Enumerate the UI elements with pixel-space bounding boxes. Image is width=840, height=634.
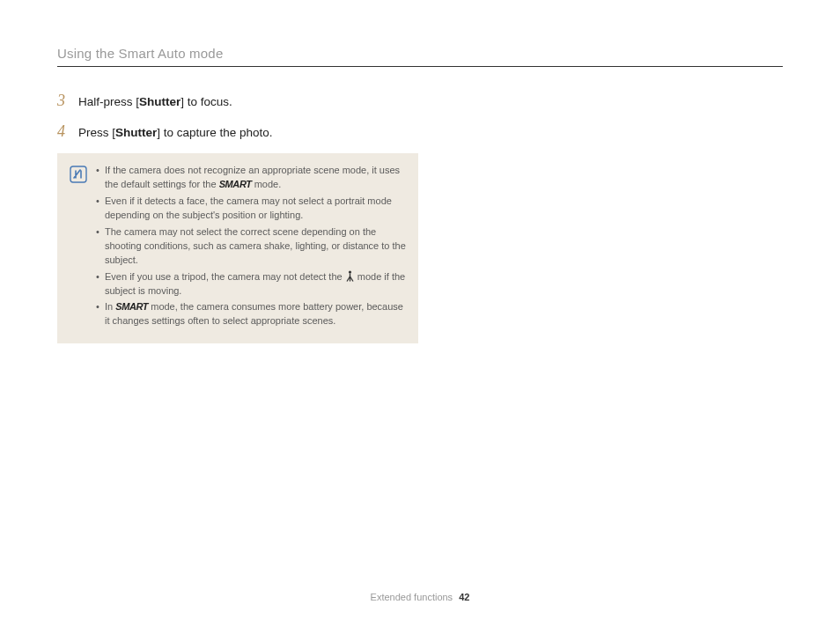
page-number: 42	[459, 592, 469, 602]
note-text: mode.	[254, 179, 282, 189]
note-icon	[70, 166, 87, 183]
step-text-post: ] to focus.	[181, 95, 232, 108]
note-text: mode, the camera consumes more battery p…	[105, 301, 403, 326]
step-3: 3 Half-press [Shutter] to focus.	[57, 92, 783, 110]
tripod-icon	[345, 270, 355, 282]
smart-label: SMART	[115, 301, 148, 312]
step-text: Half-press [Shutter] to focus.	[78, 95, 232, 108]
step-number: 4	[57, 122, 70, 141]
note-text: If the camera does not recognize an appr…	[105, 165, 400, 189]
section-title: Using the Smart Auto mode	[57, 46, 783, 67]
step-text-post: ] to capture the photo.	[157, 126, 272, 139]
step-number: 3	[57, 92, 70, 110]
step-4: 4 Press [Shutter] to capture the photo.	[57, 122, 783, 141]
smart-label: SMART	[219, 179, 252, 189]
svg-point-1	[349, 270, 351, 273]
step-text-bold: Shutter	[115, 126, 157, 139]
note-item: Even if it detects a face, the camera ma…	[96, 195, 406, 223]
note-item: In SMART mode, the camera consumes more …	[96, 300, 406, 328]
svg-rect-0	[70, 166, 86, 182]
note-item: If the camera does not recognize an appr…	[96, 164, 406, 192]
footer-label: Extended functions	[371, 592, 453, 602]
note-box: If the camera does not recognize an appr…	[57, 153, 418, 343]
step-text: Press [Shutter] to capture the photo.	[78, 126, 273, 139]
note-item: The camera may not select the correct sc…	[96, 225, 406, 268]
page-footer: Extended functions 42	[0, 592, 840, 602]
step-text-bold: Shutter	[139, 95, 181, 108]
step-text-pre: Press [	[78, 126, 115, 139]
step-text-pre: Half-press [	[78, 95, 139, 108]
note-text: In	[105, 301, 115, 312]
note-list: If the camera does not recognize an appr…	[96, 164, 406, 331]
note-item: Even if you use a tripod, the camera may…	[96, 270, 406, 299]
note-text: Even if you use a tripod, the camera may…	[105, 271, 345, 282]
